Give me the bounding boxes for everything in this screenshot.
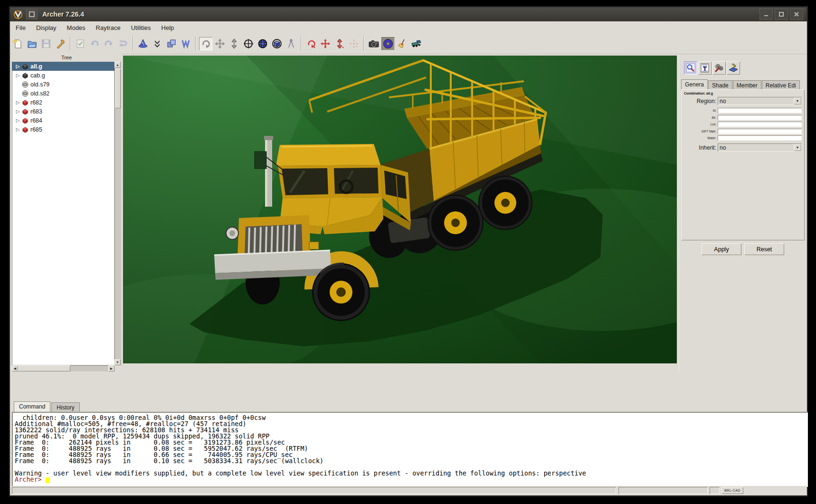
apply-button[interactable]: Apply [702, 243, 741, 255]
command-prompt-row[interactable]: Archer> [15, 476, 807, 483]
tree-item-olds79[interactable]: old.s79 [12, 80, 114, 89]
clear-framebuffer-button[interactable] [396, 37, 409, 50]
scroll-right-arrow[interactable] [108, 365, 114, 371]
undo-button[interactable] [88, 37, 101, 50]
checklist-button[interactable] [74, 37, 87, 50]
toolbar [10, 34, 807, 54]
truck-render [123, 56, 677, 363]
region-combobox[interactable]: no [718, 97, 802, 105]
tab-general[interactable]: Genera [681, 79, 708, 90]
tree-item-r685[interactable]: r685 [12, 125, 114, 134]
plot-button[interactable] [727, 61, 740, 75]
center-edit-icon [349, 38, 359, 49]
minimize-button[interactable] [759, 9, 773, 20]
menu-display[interactable]: Display [31, 23, 62, 33]
scroll-up-arrow[interactable] [114, 62, 121, 68]
expander-icon[interactable] [15, 64, 21, 69]
raytrace-model-button[interactable] [410, 37, 423, 50]
panel-buttons: Apply Reset [679, 243, 807, 255]
tree-item-allg[interactable]: all.g [12, 62, 114, 71]
los-field[interactable] [718, 122, 802, 127]
sphere-view-button[interactable] [256, 37, 269, 50]
menu-utilities[interactable]: Utilities [126, 23, 156, 33]
menu-help[interactable]: Help [156, 23, 180, 33]
wizard-button[interactable] [136, 37, 150, 50]
redo-button[interactable] [102, 37, 115, 50]
tools-button-panel[interactable] [712, 61, 726, 75]
raytrace-camera-button[interactable] [367, 37, 380, 50]
attributes-button[interactable] [698, 61, 712, 75]
tree-item-r684[interactable]: r684 [12, 116, 114, 125]
combination-icon [22, 72, 28, 79]
scroll-down-arrow[interactable] [114, 359, 121, 365]
screenshot-page: Archer 7.26.4 File Display Modes Raytrac… [0, 0, 816, 504]
tree-item-r682[interactable]: r682 [12, 98, 114, 107]
command-console[interactable]: children: 0.0user 0.0sys 0:00real 0% 0i+… [12, 412, 808, 487]
scrollbar-thumb[interactable] [115, 68, 121, 108]
tab-shader[interactable]: Shade [708, 80, 732, 90]
primitive-icon [22, 81, 28, 88]
app-window-icon[interactable] [26, 9, 38, 19]
translate-edit-button[interactable] [319, 37, 332, 50]
close-button[interactable] [790, 9, 803, 20]
revert-button[interactable] [116, 37, 130, 50]
expand-more-button[interactable] [151, 37, 164, 50]
tree-list[interactable]: all.g cab.g old.s79 old.s82 r682 [12, 62, 114, 365]
tab-members[interactable]: Member [733, 80, 761, 90]
view-edit-button[interactable] [684, 61, 697, 75]
expander-icon[interactable] [15, 127, 21, 132]
expander-icon[interactable] [15, 73, 21, 78]
menu-modes[interactable]: Modes [62, 23, 91, 33]
tree-item-r683[interactable]: r683 [12, 107, 114, 116]
text-page-icon [700, 63, 710, 73]
measure-button[interactable] [285, 37, 298, 50]
scale-edit-button[interactable] [333, 37, 346, 50]
expander-icon[interactable] [15, 109, 21, 114]
region-label: Region: [682, 98, 718, 105]
translate-view-button[interactable] [213, 37, 227, 50]
rotate-edit-button[interactable] [304, 37, 318, 50]
rotate-view-button[interactable] [199, 37, 212, 50]
open-button[interactable] [25, 37, 38, 50]
center-view-icon [243, 38, 254, 49]
inherit-combobox[interactable]: no [718, 143, 802, 152]
id-field[interactable] [718, 108, 802, 113]
chevron-down-icon[interactable] [794, 97, 801, 105]
center-edit-button[interactable] [347, 37, 361, 50]
air-field[interactable] [718, 115, 802, 120]
scroll-left-arrow[interactable] [12, 365, 18, 371]
rotate-view-icon [200, 38, 211, 49]
tab-relative-edit[interactable]: Relative Edi [762, 80, 800, 90]
gift-material-field[interactable] [718, 129, 802, 134]
cube-view-button[interactable] [270, 37, 284, 50]
multipane-view-button[interactable] [179, 37, 192, 50]
tools-button[interactable] [54, 37, 67, 50]
menu-raytrace[interactable]: Raytrace [91, 23, 126, 33]
maximize-button[interactable] [775, 9, 788, 20]
scrollbar-thumb[interactable] [18, 365, 70, 371]
expander-icon[interactable] [15, 118, 21, 123]
toolbar-separator [70, 37, 71, 51]
tab-command[interactable]: Command [14, 401, 50, 412]
center-view-button[interactable] [242, 37, 255, 50]
viewport-3d[interactable] [123, 56, 677, 363]
framebuffer-toggle-button[interactable] [381, 37, 395, 50]
scale-view-button[interactable] [228, 37, 241, 50]
material-field[interactable] [718, 135, 802, 141]
archer-window: Archer 7.26.4 File Display Modes Raytrac… [9, 7, 807, 496]
reset-button[interactable]: Reset [744, 243, 784, 255]
inherit-label: Inherit: [682, 144, 718, 151]
duplicate-view-button[interactable] [165, 37, 178, 50]
new-file-button[interactable] [11, 37, 24, 50]
console-line: Frame 0: 488925 rays in 0.10 sec = 50383… [15, 458, 807, 464]
expander-icon[interactable] [15, 100, 21, 105]
tree-vertical-scrollbar[interactable] [114, 62, 121, 365]
title-bar[interactable]: Archer 7.26.4 [10, 7, 807, 21]
chevron-down-icon[interactable] [794, 144, 801, 151]
tree-horizontal-scrollbar[interactable] [12, 365, 114, 371]
save-button[interactable] [39, 37, 53, 50]
tab-history[interactable]: History [51, 402, 79, 412]
menu-file[interactable]: File [10, 23, 31, 33]
tree-item-olds82[interactable]: old.s82 [12, 89, 114, 98]
tree-item-cabg[interactable]: cab.g [12, 71, 114, 80]
